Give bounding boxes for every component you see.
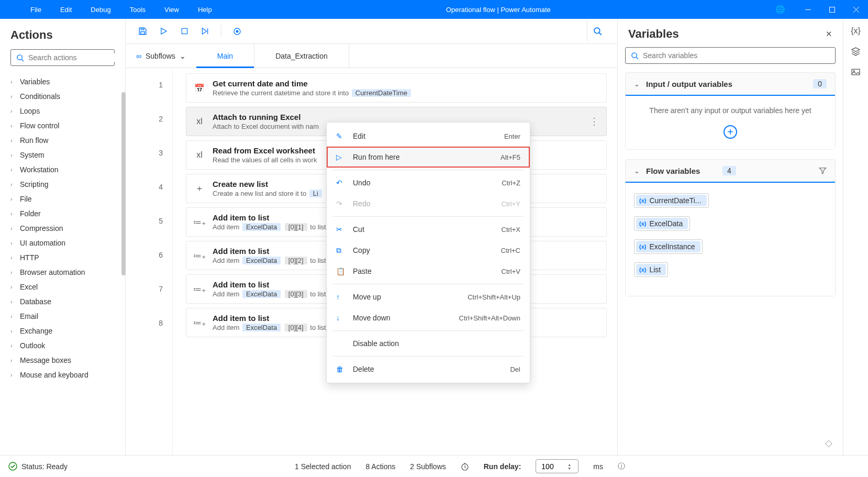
menu-help[interactable]: Help xyxy=(188,6,221,14)
subflows-dropdown[interactable]: ∞ Subflows ⌄ xyxy=(126,44,196,68)
add-variable-button[interactable]: + xyxy=(724,125,737,139)
actions-panel: Actions ›Variables›Conditionals›Loops›Fl… xyxy=(0,19,126,455)
save-button[interactable] xyxy=(135,24,150,39)
delay-value-input[interactable] xyxy=(541,462,567,471)
category-loops[interactable]: ›Loops xyxy=(0,104,125,118)
variables-icon[interactable]: {x} xyxy=(851,26,861,36)
category-run-flow[interactable]: ›Run flow xyxy=(0,133,125,148)
category-excel[interactable]: ›Excel xyxy=(0,280,125,294)
category-message-boxes[interactable]: ›Message boxes xyxy=(0,353,125,368)
chevron-right-icon: › xyxy=(10,328,16,334)
step-description: Retrieve the current datetime and store … xyxy=(213,89,599,97)
ctx-copy[interactable]: ⧉CopyCtrl+C xyxy=(327,240,530,261)
filter-icon[interactable] xyxy=(819,167,827,174)
globe-icon[interactable]: 🌐 xyxy=(775,5,785,14)
category-http[interactable]: ›HTTP xyxy=(0,250,125,265)
scrollbar[interactable] xyxy=(121,92,126,275)
close-panel-icon[interactable]: ✕ xyxy=(826,29,832,39)
ctx-paste[interactable]: 📋PasteCtrl+V xyxy=(327,261,530,282)
category-database[interactable]: ›Database xyxy=(0,294,125,309)
ctx-move-down[interactable]: ↓Move downCtrl+Shift+Alt+Down xyxy=(327,307,530,328)
menu-file[interactable]: File xyxy=(21,6,51,14)
menu-debug[interactable]: Debug xyxy=(81,6,120,14)
category-mouse-and-keyboard[interactable]: ›Mouse and keyboard xyxy=(0,368,125,382)
menu-tools[interactable]: Tools xyxy=(120,6,155,14)
flow-variable[interactable]: (x)CurrentDateTi... xyxy=(634,193,827,208)
line-number: 3 xyxy=(159,149,163,157)
variables-search[interactable] xyxy=(625,47,836,64)
category-browser-automation[interactable]: ›Browser automation xyxy=(0,265,125,280)
titlebar: FileEditDebugToolsViewHelp Operational f… xyxy=(0,0,868,19)
flow-variable[interactable]: (x)ExcelData xyxy=(634,216,827,231)
step-icon: 📅 xyxy=(194,82,205,94)
menu-edit[interactable]: Edit xyxy=(51,6,81,14)
flow-variable[interactable]: (x)ExcelInstance xyxy=(634,239,827,254)
search-icon xyxy=(631,52,639,60)
tab-main[interactable]: Main xyxy=(196,44,254,68)
spinner-down[interactable]: ▼ xyxy=(567,467,571,470)
chevron-right-icon: › xyxy=(10,342,16,349)
flow-variables-header[interactable]: ⌄ Flow variables 4 xyxy=(626,160,835,182)
category-email[interactable]: ›Email xyxy=(0,309,125,324)
svg-point-14 xyxy=(632,52,637,57)
category-flow-control[interactable]: ›Flow control xyxy=(0,118,125,133)
chevron-right-icon: › xyxy=(10,181,16,187)
category-compression[interactable]: ›Compression xyxy=(0,221,125,236)
category-variables[interactable]: ›Variables xyxy=(0,74,125,89)
delay-icon xyxy=(461,462,469,471)
actions-search[interactable] xyxy=(10,49,115,66)
chevron-right-icon: › xyxy=(10,108,16,114)
line-number: 6 xyxy=(159,251,163,259)
search-icon xyxy=(16,54,24,62)
category-exchange[interactable]: ›Exchange xyxy=(0,324,125,338)
ctx-undo[interactable]: ↶UndoCtrl+Z xyxy=(327,172,530,193)
category-conditionals[interactable]: ›Conditionals xyxy=(0,89,125,104)
category-scripting[interactable]: ›Scripting xyxy=(0,177,125,192)
more-icon[interactable]: ⋮ xyxy=(589,116,599,127)
chevron-right-icon: › xyxy=(10,372,16,378)
menu-view[interactable]: View xyxy=(155,6,188,14)
status-ok-icon xyxy=(8,462,17,471)
flow-search-button[interactable] xyxy=(587,21,608,42)
ctx-delete[interactable]: 🗑DeleteDel xyxy=(327,359,530,380)
category-file[interactable]: ›File xyxy=(0,192,125,206)
variables-search-input[interactable] xyxy=(643,51,830,60)
tab-data-extraction[interactable]: Data_Extraction xyxy=(254,44,349,68)
eraser-icon[interactable]: ◇ xyxy=(825,437,832,449)
info-icon[interactable]: ⓘ xyxy=(618,462,625,471)
step-icon: ≔₊ xyxy=(194,216,205,228)
minimize-button[interactable] xyxy=(796,0,820,19)
flow-step[interactable]: 📅Get current date and timeRetrieve the c… xyxy=(186,73,607,103)
close-button[interactable] xyxy=(844,0,868,19)
actions-search-input[interactable] xyxy=(28,53,120,62)
stop-button[interactable] xyxy=(177,24,192,39)
ctx-cut[interactable]: ✂CutCtrl+X xyxy=(327,219,530,240)
category-system[interactable]: ›System xyxy=(0,148,125,162)
images-icon[interactable] xyxy=(851,68,860,76)
ctx-move-up[interactable]: ↑Move upCtrl+Shift+Alt+Up xyxy=(327,286,530,307)
category-ui-automation[interactable]: ›UI automation xyxy=(0,236,125,250)
record-button[interactable] xyxy=(230,24,244,39)
ctx-edit[interactable]: ✎EditEnter xyxy=(327,126,530,147)
run-next-button[interactable] xyxy=(198,24,213,39)
chevron-down-icon: ⌄ xyxy=(180,52,186,60)
flow-variable[interactable]: (x)List xyxy=(634,262,827,277)
delay-input[interactable]: ▲▼ xyxy=(536,459,578,473)
step-icon: ≔₊ xyxy=(194,283,205,295)
ctx-run-from-here[interactable]: ▷Run from hereAlt+F5 xyxy=(327,147,530,168)
run-button[interactable] xyxy=(156,24,171,39)
svg-point-18 xyxy=(9,462,17,470)
ctx-disable-action[interactable]: Disable action xyxy=(327,333,530,354)
layers-icon[interactable] xyxy=(851,47,860,56)
io-variables-header[interactable]: ⌄ Input / output variables 0 xyxy=(626,73,835,95)
svg-rect-6 xyxy=(140,32,144,35)
line-number: 1 xyxy=(159,81,163,89)
ctx-icon: ↶ xyxy=(336,179,348,187)
category-folder[interactable]: ›Folder xyxy=(0,206,125,221)
maximize-button[interactable] xyxy=(820,0,844,19)
category-workstation[interactable]: ›Workstation xyxy=(0,162,125,177)
category-outlook[interactable]: ›Outlook xyxy=(0,338,125,353)
spinner-up[interactable]: ▲ xyxy=(567,463,571,467)
chevron-right-icon: › xyxy=(10,313,16,319)
chevron-right-icon: › xyxy=(10,357,16,363)
